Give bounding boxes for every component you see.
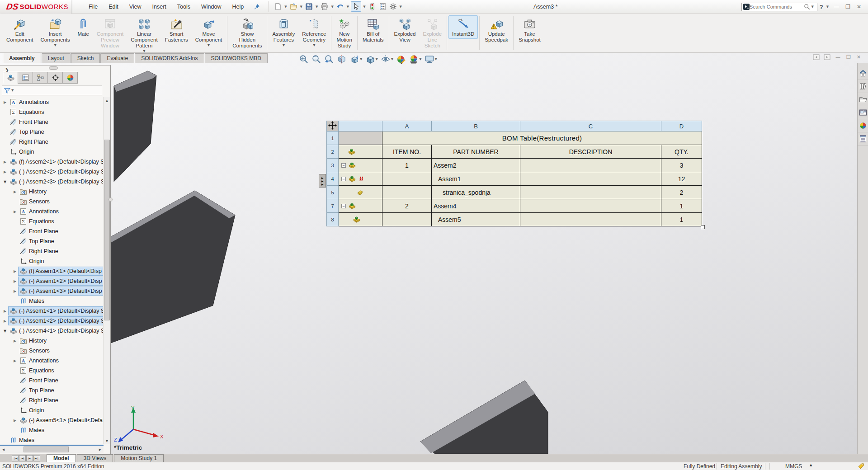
menu-item-window[interactable]: Window [196, 1, 226, 13]
tree-item-equations[interactable]: ΣEquations [0, 107, 103, 117]
save-dropdown-icon[interactable]: ▼ [316, 5, 318, 9]
expanded-arrow-icon[interactable]: ▼ [2, 329, 8, 333]
collapsed-arrow-icon[interactable]: ▶ [2, 160, 8, 164]
bom-cell-item[interactable] [382, 213, 432, 226]
bom-header-qty[interactable]: QTY. [661, 145, 702, 159]
menu-item-insert[interactable]: Insert [147, 1, 172, 13]
tree-item-assem2-2-default-display-s[interactable]: ▶ (-) Assem2<2> (Default<Display S [0, 167, 103, 177]
bom-cell-qty[interactable]: 12 [661, 172, 702, 186]
bom-cell-item[interactable] [382, 186, 432, 199]
tree-item-assem1-2-default-display-s[interactable]: ▶ (-) Assem1<2> (Default<Display S [0, 316, 103, 326]
bom-row-header[interactable]: 5 [327, 186, 339, 199]
tree-item-right-plane[interactable]: Right Plane [0, 395, 103, 405]
tree-item-history[interactable]: ▶History [0, 187, 103, 197]
bom-row-4[interactable]: 4− Assem112 [327, 172, 702, 186]
pin-menu-icon[interactable] [254, 4, 260, 10]
rebuild-button[interactable] [368, 2, 377, 11]
file-properties-button[interactable] [378, 2, 387, 11]
taskpane-home-button[interactable] [858, 67, 868, 80]
close-button[interactable]: ✕ [854, 3, 864, 11]
print-button[interactable] [320, 2, 329, 11]
collapsed-arrow-icon[interactable]: ▶ [12, 210, 18, 214]
ribbon-insert-components-button[interactable]: InsertComponents▼ [37, 15, 73, 49]
tree-vertical-scrollbar[interactable]: ▲ ▼ [103, 97, 110, 444]
ribbon-edit-component-button[interactable]: EditComponent [3, 15, 37, 45]
insert-components-dropdown-icon[interactable]: ▼ [54, 43, 56, 47]
tree-item-top-plane[interactable]: Top Plane [0, 236, 103, 246]
bom-cell-item[interactable] [382, 172, 432, 186]
tree-item-annotations[interactable]: ▶AAnnotations [0, 97, 103, 107]
ribbon-instant3d-button[interactable]: Instant3D [448, 15, 478, 39]
collapsed-arrow-icon[interactable]: ▶ [12, 279, 18, 283]
tree-item-origin[interactable]: Origin [0, 405, 103, 415]
tab-layout[interactable]: Layout [42, 53, 71, 63]
bom-cell-qty[interactable]: 1 [661, 213, 702, 226]
new-document-button[interactable] [273, 2, 283, 11]
bom-structure-cell[interactable]: − [339, 172, 382, 186]
print-dropdown-icon[interactable]: ▼ [331, 5, 333, 9]
scroll-down-icon[interactable]: ▼ [104, 437, 110, 444]
tree-item-history[interactable]: ▶History [0, 336, 103, 346]
ribbon-update-speedpak-button[interactable]: UpdateSpeedpak [481, 15, 512, 45]
tab-solidworks-mbd[interactable]: SOLIDWORKS MBD [205, 53, 268, 63]
tab-evaluate[interactable]: Evaluate [100, 53, 134, 63]
menu-item-edit[interactable]: Edit [103, 1, 124, 13]
bom-col-header-B[interactable]: B [432, 121, 520, 132]
tree-item-f-assem2-1-default-display-s[interactable]: ▶ (f) Assem2<1> (Default<Display S [0, 157, 103, 167]
vertical-scroll-thumb[interactable] [104, 140, 110, 320]
bom-structure-cell[interactable]: − [339, 159, 382, 172]
tree-item-f-assem1-1-default-disp[interactable]: ▶ (f) Assem1<1> (Default<Disp [0, 266, 103, 276]
ribbon-reference-geometry-button[interactable]: ReferenceGeometry▼ [298, 15, 330, 49]
tree-item-equations[interactable]: ΣEquations [0, 216, 103, 226]
bom-cell-part-number[interactable]: stranica_spodnja [432, 186, 520, 199]
component-panel-top-left[interactable] [114, 71, 156, 182]
select-cursor-button[interactable] [351, 1, 361, 12]
expanded-arrow-icon[interactable]: ▼ [2, 180, 8, 184]
panel-tab-configurationmanager[interactable] [33, 72, 48, 84]
bom-row-header[interactable]: 1 [327, 132, 339, 145]
ribbon-exploded-view-button[interactable]: ExplodedView [391, 15, 420, 45]
options-gear-dropdown-icon[interactable]: ▼ [400, 5, 402, 9]
restore-button[interactable]: ❐ [842, 3, 854, 11]
ribbon-take-snapshot-button[interactable]: TakeSnapshot [515, 15, 544, 45]
options-gear-button[interactable] [388, 2, 398, 11]
tree-item-mates[interactable]: Mates [0, 296, 103, 306]
bom-cell-qty[interactable]: 3 [661, 159, 702, 172]
tab-assembly[interactable]: Assembly [3, 53, 41, 63]
ribbon-linear-component-pattern-button[interactable]: LinearComponentPattern▼ [127, 15, 161, 55]
save-button[interactable] [304, 2, 314, 11]
tree-item-right-plane[interactable]: Right Plane [0, 246, 103, 256]
panel-tab-propertymanager[interactable] [18, 72, 33, 84]
bom-cell-description[interactable] [520, 186, 661, 199]
last-tab-icon[interactable]: ▶❘ [33, 455, 40, 461]
menu-item-view[interactable]: View [124, 1, 147, 13]
search-commands-box[interactable]: ▼ [741, 3, 817, 11]
collapsed-arrow-icon[interactable]: ▶ [12, 418, 18, 423]
bom-structure-cell[interactable] [339, 213, 382, 226]
tree-item-equations[interactable]: ΣEquations [0, 366, 103, 376]
collapsed-arrow-icon[interactable]: ▶ [12, 339, 18, 343]
open-document-button[interactable] [289, 2, 298, 11]
bom-col-header-C[interactable]: C [520, 121, 661, 132]
collapsed-arrow-icon[interactable]: ▶ [12, 359, 18, 363]
scroll-left-icon[interactable]: ◀ [0, 446, 7, 453]
minimize-button[interactable]: — [830, 3, 842, 11]
ribbon-bill-of-materials-button[interactable]: Bill ofMaterials [359, 15, 387, 45]
bom-row-header[interactable]: 3 [327, 159, 339, 172]
bom-cell-part-number[interactable]: Assem5 [432, 213, 520, 226]
tree-item-sensors[interactable]: Sensors [0, 346, 103, 356]
bom-structure-cell[interactable] [339, 186, 382, 199]
bom-cell-part-number[interactable]: Assem1 [432, 172, 520, 186]
tree-item-assem1-1-default-display-s[interactable]: ▶ (-) Assem1<1> (Default<Display S [0, 306, 103, 316]
bom-header-item-no[interactable]: ITEM NO. [382, 145, 432, 159]
panel-tab-dimxpertmanager[interactable] [47, 72, 63, 84]
menu-item-help[interactable]: Help [227, 1, 250, 13]
bottom-tab-motion-study-1[interactable]: Motion Study 1 [114, 454, 164, 462]
tab-sketch[interactable]: Sketch [71, 53, 100, 63]
bom-row-header[interactable]: 7 [327, 199, 339, 213]
panel-tab-displaymanager[interactable] [62, 72, 78, 84]
bom-collapse-icon[interactable]: − [341, 177, 346, 181]
tree-item-right-plane[interactable]: Right Plane [0, 137, 103, 147]
menu-item-tools[interactable]: Tools [172, 1, 196, 13]
tree-item-assem4-1-default-display-s[interactable]: ▼ (-) Assem4<1> (Default<Display S [0, 326, 103, 336]
